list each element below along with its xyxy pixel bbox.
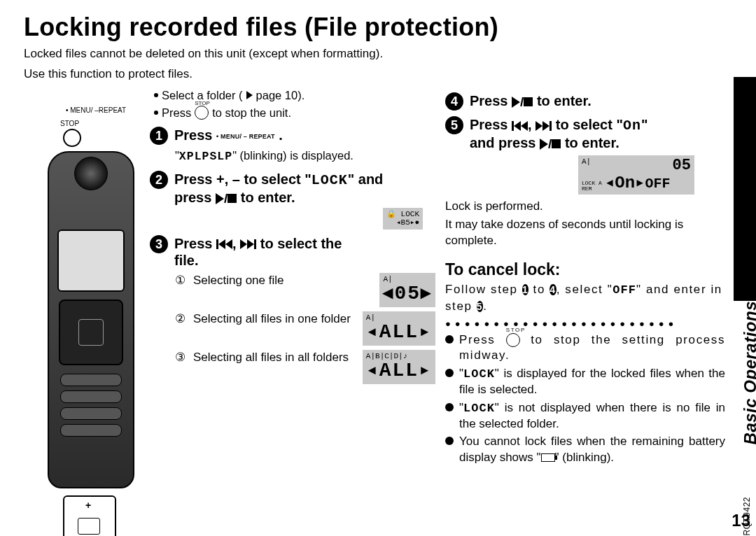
separator-dots: ●●●●●●●●●●●●●●●●●●●●●●●● [445, 318, 725, 329]
battery-empty-icon [541, 453, 555, 462]
lcd-display-icon: A|B|C|D|♪◂ALL▸ [363, 350, 435, 384]
step-4-badge: 4 [445, 92, 463, 111]
note-1: Press STOP to stop the setting process m… [445, 332, 725, 364]
bullet-icon [445, 403, 454, 411]
device-illustration: • MENU/ –REPEAT STOP + – [24, 87, 140, 536]
step-5-result-1: Lock is performed. [445, 199, 725, 215]
step-2-text: Press +, – to select "LOCK" and press / … [174, 171, 383, 207]
step-3-text: Press , to select the file. [174, 235, 342, 269]
step-2-badge: 2 [150, 171, 168, 189]
lcd-on-off-display: A|05 LOCK A REM ◂On▸OFF [578, 155, 694, 195]
ref-step-1-badge: 1 [522, 284, 528, 295]
play-stop-icon: / [216, 190, 237, 206]
step-3-badge: 3 [150, 235, 168, 253]
dpad-callout: + – [63, 495, 116, 536]
bullet-icon [445, 437, 454, 445]
side-section-label: Basic Operations [741, 301, 756, 444]
note-2: "LOCK" is displayed for the locked files… [445, 366, 725, 398]
skip-fwd-icon [240, 239, 256, 249]
cancel-heading: To cancel lock: [445, 260, 725, 279]
intro-line-1: Locked files cannot be deleted on this u… [24, 46, 732, 62]
bullet-icon [445, 369, 454, 377]
play-stop-icon: / [512, 94, 533, 110]
menu-repeat-button-icon: • MENU/ – REPEAT [216, 134, 275, 140]
step-3-option-2: ② Selecting all files in one folder A|◂A… [175, 311, 435, 346]
lcd-display-icon: A|◂ALL▸ [363, 311, 435, 346]
step-3-option-3: ③ Selecting all files in all folders A|B… [175, 350, 435, 384]
stop-icon: STOP [506, 333, 520, 347]
label-menu-repeat: • MENU/ –REPEAT [66, 106, 140, 114]
skip-fwd-icon [536, 121, 552, 131]
intro-line-2: Use this function to protect files. [24, 66, 732, 83]
cancel-text: Follow step 1 to 4, select "OFF" and ent… [445, 282, 725, 315]
bullet-icon [445, 335, 454, 344]
arrow-right-icon [246, 91, 253, 99]
step-5-result-2: It may take dozens of seconds until lock… [445, 217, 725, 249]
lcd-lock-display: 🔒 LOCK◂B5▸● [383, 208, 423, 229]
ref-step-4-badge: 4 [550, 284, 556, 295]
play-stop-icon: / [540, 136, 561, 152]
bullet-icon [154, 111, 158, 115]
page-number: 13 [732, 511, 750, 530]
ref-step-5-badge: 5 [477, 301, 483, 312]
step-4-text: Press / to enter. [470, 92, 592, 110]
label-stop: STOP [60, 120, 140, 127]
step-1-badge: 1 [150, 127, 168, 145]
skip-back-icon [512, 121, 528, 131]
note-4: You cannot lock files when the remaining… [445, 434, 725, 465]
step-5-text: Press , to select "On" and press / to en… [470, 116, 648, 153]
page-title: Locking recorded files (File protection) [24, 13, 732, 42]
device-body [48, 151, 134, 488]
stop-icon: STOP [195, 106, 209, 120]
bullet-icon [154, 93, 158, 97]
stop-button-icon [63, 129, 81, 147]
step-1-text: Press • MENU/ – REPEAT . [174, 127, 283, 143]
note-3: "LOCK" is not displayed when there is no… [445, 400, 725, 432]
lcd-display-icon: A|◂05▸ [379, 273, 435, 307]
step-3-option-1: ① Selecting one file A|◂05▸ [175, 273, 435, 307]
step-1-sub: "XPLPSLP" (blinking) is displayed. [175, 148, 435, 164]
prep-bullets: Select a folder ( page 10). Press STOP t… [150, 87, 435, 122]
side-black-tab [734, 77, 756, 301]
step-5-badge: 5 [445, 116, 463, 134]
skip-back-icon [216, 239, 232, 249]
